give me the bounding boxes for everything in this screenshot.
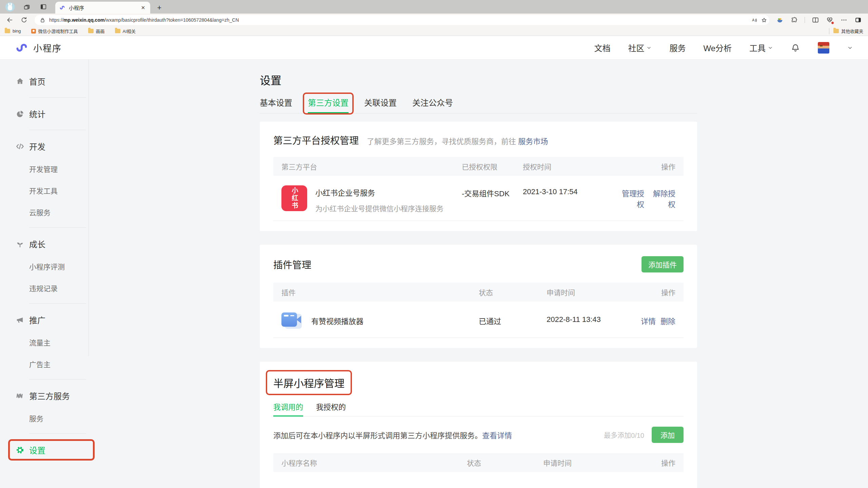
brand-name: 小程序 xyxy=(33,41,62,54)
saladict-extension-icon[interactable] xyxy=(776,16,784,24)
apply-time: 2022-8-11 13:43 xyxy=(547,311,638,324)
folder-icon xyxy=(833,29,839,33)
video-player-icon xyxy=(281,311,303,330)
more-menu-icon[interactable] xyxy=(840,16,848,24)
browser-essentials-icon[interactable] xyxy=(826,16,833,24)
table-row: 有赞视频播放器 已通过 2022-8-11 13:43 详情 删除 xyxy=(273,302,684,338)
revoke-auth-link[interactable]: 解除授权 xyxy=(649,187,675,209)
tab-actions-icon[interactable] xyxy=(40,3,47,11)
sidebar-item-violations[interactable]: 违规记录 xyxy=(29,283,88,293)
browser-toolbar: https://mp.weixin.qq.com/wxamp/basicprof… xyxy=(0,14,868,26)
table-header: 小程序名称 状态 申请时间 操作 xyxy=(273,453,684,472)
tab-linked-settings[interactable]: 关联设置 xyxy=(364,96,397,108)
sidebar-item-promotion[interactable]: 推广 xyxy=(16,314,88,326)
browser-profile-avatar[interactable] xyxy=(5,2,15,12)
view-details-link[interactable]: 查看详情 xyxy=(482,431,512,440)
bookmark-huahua[interactable]: 画画 xyxy=(88,28,105,34)
back-icon[interactable] xyxy=(6,16,14,24)
megaphone-icon xyxy=(16,316,24,324)
nav-weanalyse[interactable]: We分析 xyxy=(703,42,732,54)
nav-services[interactable]: 服务 xyxy=(669,42,686,54)
sidebar-item-thirdparty-services[interactable]: 第三方服务 xyxy=(16,390,88,402)
sprout-icon xyxy=(16,240,24,248)
account-chevron-icon[interactable] xyxy=(847,45,853,51)
plugin-name: 有赞视频播放器 xyxy=(311,311,363,330)
brand[interactable]: 小程序 xyxy=(15,41,62,54)
body: 首页 统计 开发 开发管理 开发工具 云服务 xyxy=(0,60,868,488)
service-market-link[interactable]: 服务市场 xyxy=(518,137,548,146)
tab-close-icon[interactable]: ✕ xyxy=(140,5,146,11)
site-nav: 文档 社区 服务 We分析 工具 xyxy=(594,42,853,54)
sidebar-item-home[interactable]: 首页 xyxy=(16,75,88,87)
url-text[interactable]: https://mp.weixin.qq.com/wxamp/basicprof… xyxy=(49,17,748,23)
bookmark-ai[interactable]: AI相关 xyxy=(115,28,136,34)
thirdparty-auth-card: 第三方平台授权管理 了解更多第三方服务，寻找优质服务商，前往 服务市场 第三方平… xyxy=(260,122,697,231)
plugin-card: 插件管理 添加插件 插件 状态 申请时间 操作 有赞视频播放器 xyxy=(260,245,697,348)
nav-docs[interactable]: 文档 xyxy=(594,42,610,54)
new-tab-icon[interactable]: + xyxy=(155,3,164,12)
tab-follow-official-account[interactable]: 关注公众号 xyxy=(412,96,453,108)
half-screen-card: 半屏小程序管理 我调用的 我授权的 添加后可在本小程序内以半屏形式调用第三方小程… xyxy=(260,362,697,488)
platform-desc: 为小红书企业号提供微信小程序连接服务 xyxy=(315,203,443,213)
table-header: 插件 状态 申请时间 操作 xyxy=(273,283,684,302)
authorized-time: 2021-3-10 17:54 xyxy=(523,185,618,196)
sidebar-item-settings[interactable]: 设置 xyxy=(16,444,88,456)
nav-tools[interactable]: 工具 xyxy=(749,42,773,54)
tab-title: 小程序 xyxy=(69,4,137,11)
tab-thirdparty-settings[interactable]: 第三方设置 xyxy=(308,96,349,108)
favorite-star-icon[interactable] xyxy=(761,17,767,23)
sidebar-item-dev-manage[interactable]: 开发管理 xyxy=(29,164,88,174)
third-party-icon xyxy=(16,391,24,400)
other-favorites[interactable]: 其他收藏夹 xyxy=(833,28,863,34)
svg-text:A: A xyxy=(752,18,754,22)
folder-icon xyxy=(115,29,120,33)
miniprogram-logo-icon xyxy=(15,43,29,53)
sidebar-item-dev-tools[interactable]: 开发工具 xyxy=(29,185,88,196)
sidebar-item-growth[interactable]: 成长 xyxy=(16,238,88,250)
sidebar-item-advertiser[interactable]: 广告主 xyxy=(29,359,88,369)
bookmark-bing[interactable]: bing xyxy=(5,28,21,34)
quota-text: 最多添加0/10 xyxy=(604,430,644,440)
sidebar-item-traffic[interactable]: 流量主 xyxy=(29,337,88,347)
plugin-detail-link[interactable]: 详情 xyxy=(641,315,656,326)
sidebar-item-cloud[interactable]: 云服务 xyxy=(29,207,88,217)
settings-tabs: 基本设置 第三方设置 关联设置 关注公众号 xyxy=(260,96,697,114)
code-icon xyxy=(16,142,24,151)
gear-icon xyxy=(16,446,24,454)
sidebar-item-dev[interactable]: 开发 xyxy=(16,140,88,152)
table-header: 第三方平台 已授权权限 授权时间 操作 xyxy=(273,157,684,176)
miniprogram-favicon xyxy=(59,5,65,10)
manage-auth-link[interactable]: 管理授权 xyxy=(618,187,644,209)
sidebar-item-mp-review[interactable]: 小程序评测 xyxy=(29,261,88,271)
notification-badge xyxy=(831,21,834,24)
sidebar-item-stats[interactable]: 统计 xyxy=(16,108,88,120)
tab-basic-settings[interactable]: 基本设置 xyxy=(260,96,292,108)
add-mini-program-button[interactable]: 添加 xyxy=(652,427,684,443)
read-aloud-icon[interactable]: A xyxy=(751,17,757,23)
sidebar: 首页 统计 开发 开发管理 开发工具 云服务 xyxy=(0,60,89,356)
bell-icon[interactable] xyxy=(791,43,800,53)
plugin-delete-link[interactable]: 删除 xyxy=(660,315,675,326)
nav-community[interactable]: 社区 xyxy=(628,42,652,54)
user-avatar[interactable] xyxy=(818,42,829,54)
browser-tab[interactable]: 小程序 ✕ xyxy=(55,2,150,14)
chevron-down-icon xyxy=(768,45,773,50)
tab-i-call[interactable]: 我调用的 xyxy=(273,401,303,412)
lock-icon[interactable] xyxy=(39,17,46,23)
address-bar[interactable]: https://mp.weixin.qq.com/wxamp/basicprof… xyxy=(35,15,769,25)
refresh-icon[interactable] xyxy=(20,16,28,24)
tab-i-authorized[interactable]: 我授权的 xyxy=(316,401,346,412)
sidebar-toggle-icon[interactable] xyxy=(854,16,862,24)
pie-chart-icon xyxy=(16,109,24,118)
half-screen-desc: 添加后可在本小程序内以半屏形式调用第三方小程序提供服务。查看详情 xyxy=(273,429,512,440)
page-title: 设置 xyxy=(260,72,697,87)
empty-state: 暂无已添加的小程序 xyxy=(273,472,684,488)
sidebar-item-services[interactable]: 服务 xyxy=(29,413,88,423)
add-plugin-button[interactable]: 添加插件 xyxy=(642,256,684,272)
page: 小程序 ✕ + https://mp.weixin.qq.com/wxamp/b… xyxy=(0,0,868,488)
extensions-puzzle-icon[interactable] xyxy=(790,16,798,24)
workspaces-icon[interactable] xyxy=(23,3,31,11)
mascot-icon xyxy=(31,29,36,34)
bookmark-minigame-tool[interactable]: 微信小游戏制作工具 xyxy=(31,28,78,34)
split-screen-icon[interactable] xyxy=(812,16,819,24)
